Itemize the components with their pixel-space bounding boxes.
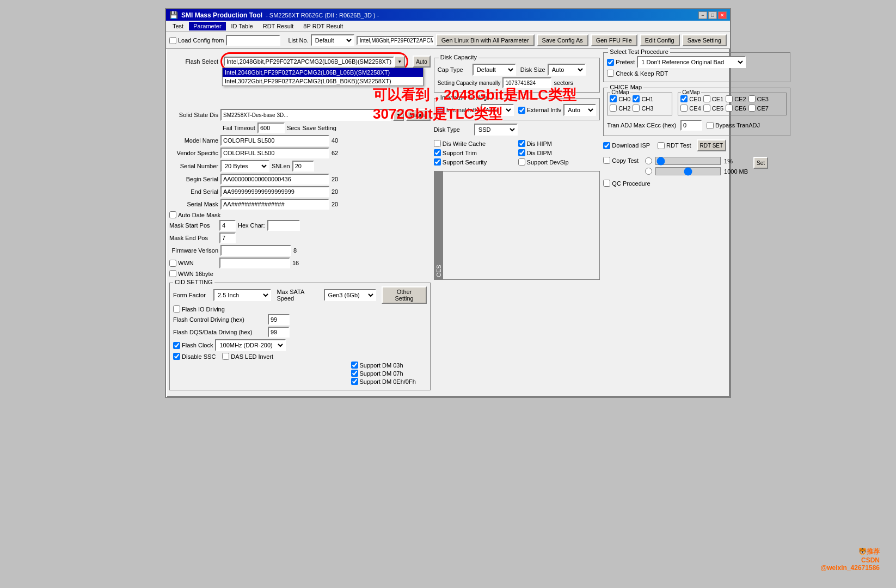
support-dm03-check[interactable]	[351, 362, 358, 369]
internal-intlv-check[interactable]	[438, 107, 445, 114]
flash-clock-check-label[interactable]: Flash Clock	[173, 342, 213, 349]
tran-adj-input[interactable]	[680, 120, 702, 131]
form-factor-select[interactable]: 2.5 Inch	[213, 289, 271, 301]
flash-auto-btn[interactable]: Auto	[413, 56, 431, 68]
wwn16-check-label[interactable]: WWN 16byte	[169, 270, 213, 277]
other-setting-btn[interactable]: Other Setting	[382, 286, 427, 304]
wwn-input[interactable]	[219, 258, 290, 268]
copy-test-label[interactable]: Copy Test	[603, 157, 639, 164]
gen-ffu-btn[interactable]: Gen FFU File	[591, 34, 637, 46]
load-config-check[interactable]	[169, 37, 176, 44]
ce0-check[interactable]	[680, 95, 688, 102]
maximize-button[interactable]: □	[708, 11, 717, 19]
rdt-set-btn[interactable]: RDT SET	[697, 139, 727, 151]
copy-test-slider-1[interactable]	[655, 157, 721, 165]
save-setting-btn[interactable]: Save Setting	[682, 34, 727, 46]
ch2-check[interactable]	[610, 105, 617, 112]
download-isp-check[interactable]	[603, 142, 610, 149]
check-rdt-check[interactable]	[607, 70, 614, 77]
dis-hipm-label[interactable]: Dis HIPM	[518, 140, 600, 147]
close-button[interactable]: ✕	[718, 11, 727, 19]
qc-procedure-label[interactable]: QC Procedure	[603, 180, 650, 187]
ch2-label[interactable]: CH2	[610, 105, 630, 112]
bypass-check[interactable]	[707, 122, 714, 129]
support-dm03-label[interactable]: Support DM 03h	[351, 362, 416, 369]
flash-option-1[interactable]: Intel,2048Gbit,PF29F02T2APCMG2(L06B_L06B…	[223, 68, 423, 77]
wwn16-check[interactable]	[169, 270, 176, 277]
ce6-label[interactable]: CE6	[726, 105, 746, 112]
max-sata-select[interactable]: Gen3 (6Gb)	[324, 289, 377, 301]
bypass-label[interactable]: Bypass TranADJ	[707, 122, 760, 129]
copy-test-radio-2[interactable]	[645, 168, 652, 175]
ch1-label[interactable]: CH1	[633, 95, 653, 102]
flash-io-check-label[interactable]: Flash IO Driving	[173, 305, 225, 313]
ch3-check[interactable]	[633, 105, 640, 112]
flash-dqs-input[interactable]	[268, 327, 290, 338]
ce7-label[interactable]: CE7	[748, 105, 769, 112]
flash-io-check[interactable]	[173, 305, 180, 313]
rdt-test-label[interactable]: RDT Test	[658, 142, 691, 149]
pretest-check[interactable]	[607, 59, 614, 66]
ce2-label[interactable]: CE2	[726, 95, 746, 102]
load-config-input[interactable]	[226, 35, 280, 46]
ce3-label[interactable]: CE3	[748, 95, 769, 102]
snlen-input[interactable]	[292, 161, 314, 171]
disable-ssc-check[interactable]	[173, 353, 180, 360]
ce3-check[interactable]	[748, 95, 756, 102]
wwn-check[interactable]	[169, 260, 176, 267]
dis-hipm-check[interactable]	[518, 140, 525, 147]
menu-parameter[interactable]: Parameter	[189, 22, 225, 30]
ce6-check[interactable]	[726, 105, 733, 112]
solid-state-value[interactable]: SM2258XT-Des-base 3D...	[220, 109, 391, 121]
edit-config-btn[interactable]: Edit Config	[640, 34, 680, 46]
menu-8p-rdt[interactable]: 8P RDT Result	[299, 22, 347, 30]
auto-date-mask-check-label[interactable]: Auto Date Mask	[169, 211, 220, 218]
dis-dipm-check[interactable]	[518, 149, 525, 156]
solid-state-arrow[interactable]: ▼	[393, 109, 404, 121]
flash-option-2[interactable]: Intel,3072Gbit,PF29F02T2APCMG2(L06B_B0KB…	[223, 77, 423, 85]
ce5-label[interactable]: CE5	[703, 105, 723, 112]
flash-clock-select[interactable]: 100MHz (DDR-200)	[215, 339, 286, 351]
external-intlv-check[interactable]	[518, 107, 525, 114]
begin-serial-input[interactable]	[220, 174, 329, 185]
serial-bytes-select[interactable]: 20 Bytes	[220, 160, 269, 172]
end-serial-input[interactable]	[220, 186, 329, 197]
ce2-check[interactable]	[726, 95, 733, 102]
ce7-check[interactable]	[748, 105, 756, 112]
ch0-check[interactable]	[610, 95, 617, 102]
minimize-button[interactable]: −	[698, 11, 707, 19]
check-rdt-label[interactable]: Check & Keep RDT	[607, 70, 668, 77]
internal-intlv-label[interactable]: Internal Intlv	[438, 107, 479, 114]
das-led-check[interactable]	[222, 353, 229, 360]
support-trim-label[interactable]: Support Trim	[434, 149, 516, 156]
disk-size-select[interactable]: Auto	[548, 64, 586, 76]
vendor-specific-input[interactable]	[220, 148, 329, 158]
mask-end-input[interactable]	[219, 232, 236, 243]
das-led-label[interactable]: DAS LED Invert	[222, 353, 273, 360]
copy-test-set-btn[interactable]: Set	[753, 157, 768, 169]
external-intlv-select[interactable]: Auto	[563, 104, 596, 116]
mask-start-input[interactable]	[219, 220, 236, 231]
support-dm0e-check[interactable]	[351, 378, 358, 385]
dis-dipm-label[interactable]: Dis DIPM	[518, 149, 600, 156]
hex-char-input[interactable]	[267, 220, 300, 231]
support-security-label[interactable]: Support Security	[434, 158, 516, 166]
firmware-input[interactable]	[220, 245, 291, 256]
save-config-btn[interactable]: Save Config As	[537, 34, 588, 46]
load-config-checkbox[interactable]: Load Config from	[169, 37, 224, 44]
internal-intlv-select[interactable]: Auto	[481, 104, 514, 116]
download-isp-label[interactable]: Download ISP	[603, 142, 650, 149]
ce1-label[interactable]: CE1	[703, 95, 723, 102]
ch1-check[interactable]	[633, 95, 640, 102]
support-dm0e-label[interactable]: Support DM 0Eh/0Fh	[351, 378, 416, 385]
ce0-label[interactable]: CE0	[680, 95, 701, 102]
ce4-label[interactable]: CE4	[680, 105, 701, 112]
flash-select-value[interactable]: Intel,2048Gbit,PF29F02T2APCMG2(L06B_L06B…	[224, 57, 394, 66]
fail-timeout-input[interactable]	[257, 122, 285, 133]
disable-ssc-label[interactable]: Disable SSC	[173, 353, 216, 360]
dis-write-cache-label[interactable]: Dis Write Cache	[434, 140, 516, 147]
disk-type-select[interactable]: SSD	[474, 124, 518, 136]
support-trim-check[interactable]	[434, 149, 441, 156]
menu-test[interactable]: Test	[168, 22, 188, 30]
qc-procedure-check[interactable]	[603, 180, 610, 187]
